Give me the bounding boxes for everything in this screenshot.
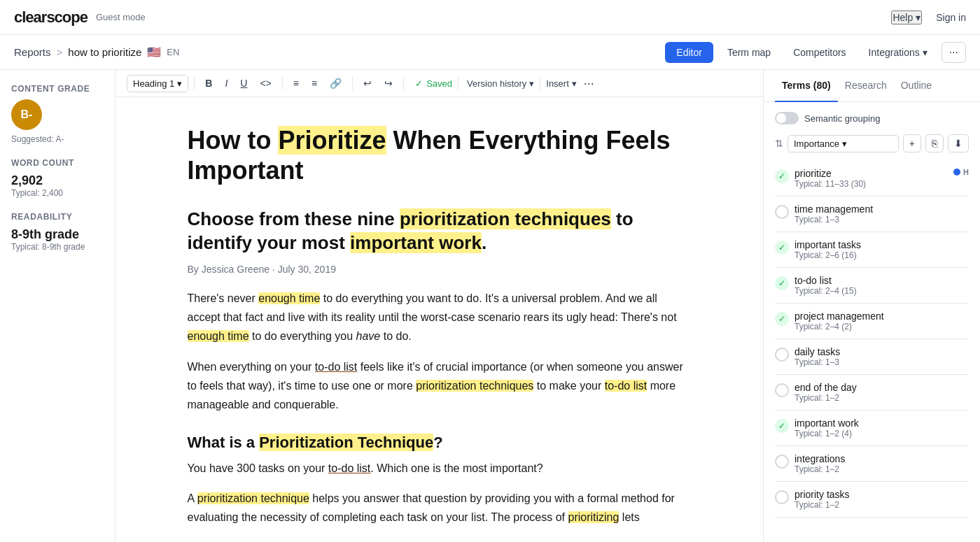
- word-count-section: Word count 2,902 Typical: 2,400: [11, 158, 104, 198]
- readability-typical: Typical: 8-9th grade: [11, 242, 104, 252]
- download-terms-button[interactable]: ⬇: [948, 134, 969, 152]
- term-item[interactable]: ✓ important work Typical: 1–2 (4): [775, 411, 969, 446]
- toolbar-more-button[interactable]: ···: [580, 75, 598, 92]
- article-byline: By Jessica Greene · July 30, 2019: [188, 264, 692, 275]
- grade-circle: B-: [11, 99, 42, 130]
- underline-button[interactable]: U: [235, 74, 252, 92]
- term-item[interactable]: ✓ to-do list Typical: 2–4 (15): [775, 268, 969, 304]
- term-name: important work: [794, 418, 969, 429]
- term-item[interactable]: time management Typical: 1–3: [775, 197, 969, 232]
- ordered-list-button[interactable]: ≡: [307, 74, 322, 92]
- term-typical: Typical: 1–2: [794, 500, 969, 510]
- term-name: project management: [794, 311, 969, 322]
- sort-row: ⇅ Importance ▾ + ⎘ ⬇: [775, 134, 969, 152]
- link-button[interactable]: 🔗: [325, 74, 346, 92]
- breadcrumb-bar: Reports > how to prioritize 🇺🇸 EN Editor…: [0, 35, 980, 70]
- tab-research[interactable]: Research: [838, 70, 894, 102]
- term-typical: Typical: 1–3: [794, 357, 969, 367]
- content-grade-section: Content grade B- Suggested: A-: [11, 84, 104, 144]
- copy-terms-button[interactable]: ⎘: [925, 134, 944, 152]
- breadcrumb-actions: Editor Term map Competitors Integrations…: [665, 42, 966, 63]
- term-status-icon: ✓: [775, 241, 789, 255]
- sort-select[interactable]: Importance ▾: [788, 135, 899, 152]
- term-name: priority tasks: [794, 489, 969, 500]
- term-typical: Typical: 1–2: [794, 464, 969, 474]
- word-count-typical: Typical: 2,400: [11, 188, 104, 198]
- top-nav: clearscope Guest mode Help ▾ Sign in: [0, 0, 980, 35]
- term-map-button[interactable]: Term map: [719, 42, 779, 63]
- editor-button[interactable]: Editor: [665, 42, 713, 63]
- term-status-icon: ✓: [775, 169, 789, 183]
- unordered-list-button[interactable]: ≡: [288, 74, 304, 92]
- term-name: end of the day: [794, 382, 969, 393]
- saved-indicator: ✓ Saved: [415, 78, 452, 89]
- left-sidebar: Content grade B- Suggested: A- Word coun…: [0, 70, 115, 542]
- help-button[interactable]: Help ▾: [891, 10, 922, 24]
- right-tabs: Terms (80) Research Outline: [764, 70, 980, 102]
- readability-section: Readability 8-9th grade Typical: 8-9th g…: [11, 212, 104, 252]
- term-item[interactable]: ✓ important tasks Typical: 2–6 (16): [775, 232, 969, 268]
- sort-icon: ⇅: [775, 138, 783, 149]
- readability-value: 8-9th grade: [11, 227, 104, 242]
- undo-button[interactable]: ↩: [358, 74, 377, 92]
- term-typical: Typical: 1–2 (4): [794, 429, 969, 438]
- code-button[interactable]: <>: [255, 74, 276, 92]
- term-status-icon: ✓: [775, 312, 789, 326]
- suggested-label: Suggested: A-: [11, 134, 104, 144]
- redo-button[interactable]: ↪: [379, 74, 398, 92]
- editor-area: Heading 1 ▾ B I U <> ≡ ≡ 🔗 ↩ ↪ ✓ Saved V…: [115, 70, 763, 542]
- article-title: How to Prioritize When Everything Feels …: [188, 125, 692, 185]
- term-status-icon: [775, 205, 789, 219]
- term-item[interactable]: daily tasks Typical: 1–3: [775, 339, 969, 375]
- word-count-value: 2,902: [11, 173, 104, 188]
- top-nav-left: clearscope Guest mode: [14, 8, 146, 27]
- heading-select[interactable]: Heading 1 ▾: [127, 75, 188, 92]
- badge-h-label: H: [963, 168, 969, 176]
- term-item[interactable]: priority tasks Typical: 1–2: [775, 482, 969, 518]
- italic-button[interactable]: I: [220, 74, 232, 92]
- toolbar: Heading 1 ▾ B I U <> ≡ ≡ 🔗 ↩ ↪ ✓ Saved V…: [115, 70, 763, 97]
- badge-blue-dot: [953, 169, 960, 176]
- toolbar-sep-1: [194, 76, 195, 90]
- term-item[interactable]: ✓ prioritize Typical: 11–33 (30) H: [775, 161, 969, 197]
- toggle-knob: [776, 113, 786, 123]
- integrations-button[interactable]: Integrations ▾: [860, 42, 936, 63]
- tab-outline[interactable]: Outline: [894, 70, 939, 102]
- top-nav-right: Help ▾ Sign in: [891, 10, 966, 24]
- tab-terms[interactable]: Terms (80): [775, 70, 838, 102]
- article-body: How to Prioritize When Everything Feels …: [188, 125, 692, 527]
- term-status-icon: [775, 455, 789, 469]
- competitors-button[interactable]: Competitors: [785, 42, 854, 63]
- article-paragraph-3: You have 300 tasks on your to-do list. W…: [188, 459, 692, 478]
- toolbar-sep-5: [458, 76, 458, 90]
- term-typical: Typical: 11–33 (30): [794, 179, 948, 189]
- breadcrumb: Reports > how to prioritize 🇺🇸 EN: [14, 45, 179, 59]
- term-item[interactable]: ✓ project management Typical: 2–4 (2): [775, 304, 969, 339]
- insert-button[interactable]: Insert ▾: [546, 78, 577, 89]
- version-history-button[interactable]: Version history ▾: [467, 78, 534, 89]
- right-panel-body: Semantic grouping ⇅ Importance ▾ + ⎘ ⬇ ✓…: [764, 102, 980, 542]
- term-typical: Typical: 2–6 (16): [794, 250, 969, 260]
- term-badge: H: [953, 168, 969, 176]
- term-name: time management: [794, 204, 969, 215]
- editor-content[interactable]: How to Prioritize When Everything Feels …: [115, 97, 763, 542]
- toolbar-sep-6: [540, 76, 540, 90]
- semantic-grouping-toggle[interactable]: [775, 112, 799, 124]
- term-typical: Typical: 2–4 (15): [794, 286, 969, 296]
- article-h3: What is a Prioritization Technique?: [188, 434, 692, 452]
- article-paragraph-4: A prioritization technique helps you ans…: [188, 489, 692, 527]
- flag-icon: 🇺🇸: [147, 45, 161, 59]
- right-panel: Terms (80) Research Outline Semantic gro…: [763, 70, 980, 542]
- reports-link[interactable]: Reports: [14, 46, 51, 58]
- term-typical: Typical: 1–3: [794, 215, 969, 224]
- term-item[interactable]: integrations Typical: 1–2: [775, 446, 969, 482]
- add-term-button[interactable]: +: [903, 134, 921, 152]
- term-item[interactable]: end of the day Typical: 1–2: [775, 375, 969, 411]
- sign-in-button[interactable]: Sign in: [936, 12, 966, 23]
- term-status-icon: ✓: [775, 276, 789, 290]
- bold-button[interactable]: B: [200, 74, 217, 92]
- term-status-icon: ✓: [775, 419, 789, 433]
- more-options-button[interactable]: ···: [941, 42, 966, 63]
- readability-label: Readability: [11, 212, 104, 222]
- term-name: to-do list: [794, 275, 969, 286]
